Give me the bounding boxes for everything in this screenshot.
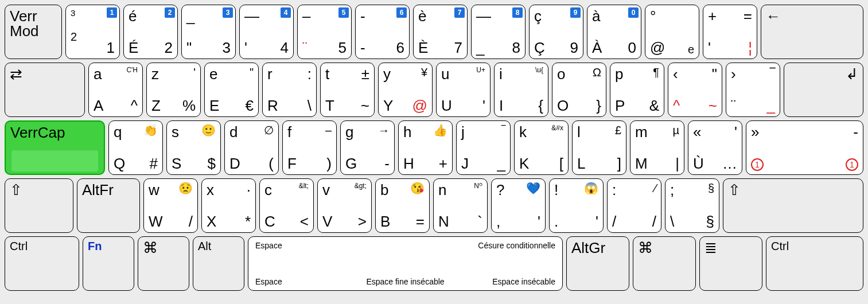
key-o[interactable]: o Ω O } bbox=[552, 63, 606, 117]
tl: – bbox=[302, 9, 310, 24]
tl: 3 bbox=[71, 9, 75, 17]
key-verrmod[interactable]: VerrMod bbox=[5, 5, 62, 59]
key-i[interactable]: i \u{ I { bbox=[494, 63, 548, 117]
tl: k bbox=[519, 124, 527, 139]
key-u[interactable]: u U+ U ' bbox=[436, 63, 491, 117]
br: ` bbox=[477, 214, 482, 229]
tl: « bbox=[693, 124, 701, 139]
key-n[interactable]: n Nᴼ N ` bbox=[433, 178, 488, 233]
tl: ; bbox=[670, 182, 674, 197]
key-7[interactable]: è È 7 7 bbox=[413, 5, 468, 59]
space-bc: Espace fine insécable bbox=[366, 278, 444, 286]
key-f[interactable]: f – F ) bbox=[282, 120, 337, 175]
bl: I bbox=[499, 98, 503, 113]
tr: &#x bbox=[551, 124, 563, 131]
tl: u bbox=[441, 67, 449, 81]
key-h[interactable]: h 👍 H + bbox=[398, 120, 453, 175]
bl: / bbox=[612, 214, 616, 229]
bl: " bbox=[186, 40, 192, 55]
key-tab[interactable]: ⇄ bbox=[5, 63, 85, 117]
key-u-grave[interactable]: « ' Ù … bbox=[688, 120, 742, 175]
key-b[interactable]: b 😘 B = bbox=[375, 178, 430, 233]
key-ctrl-left[interactable]: Ctrl bbox=[5, 236, 79, 291]
key-altfr[interactable]: AltFr bbox=[77, 178, 140, 233]
key-1[interactable]: 3 2 1 1 bbox=[65, 5, 120, 59]
key-guillemet-l[interactable]: ‹ " ^ ~ bbox=[668, 63, 722, 117]
key-p[interactable]: p ¶ P & bbox=[610, 63, 664, 117]
key-cmd-right[interactable]: ⌘ bbox=[633, 236, 696, 291]
key-q[interactable]: q 👏 Q # bbox=[108, 120, 163, 175]
key-fn[interactable]: Fn bbox=[83, 236, 134, 291]
tl: n bbox=[438, 182, 446, 197]
br: 2 bbox=[165, 40, 173, 55]
key-0[interactable]: à À 0 0 bbox=[587, 5, 641, 59]
br: { bbox=[538, 98, 543, 113]
bl: , bbox=[496, 214, 500, 229]
bl: E bbox=[209, 98, 219, 113]
key-ctrl-right[interactable]: Ctrl bbox=[766, 236, 863, 291]
bl: Ç bbox=[534, 40, 545, 55]
key-s[interactable]: s 🙂 S $ bbox=[166, 120, 221, 175]
tr: " bbox=[712, 67, 717, 81]
key-6[interactable]: - - 6 6 bbox=[355, 5, 410, 59]
key-enter[interactable]: ↲ bbox=[784, 63, 863, 117]
key-k[interactable]: k &#x K [ bbox=[514, 120, 569, 175]
key-colon[interactable]: : ⁄ / / bbox=[607, 178, 661, 233]
tl: r bbox=[267, 67, 273, 81]
tr: &gt; bbox=[355, 182, 367, 189]
tr: § bbox=[708, 182, 714, 194]
key-y[interactable]: y ¥ Y @ bbox=[378, 63, 433, 117]
key-m[interactable]: m µ M | bbox=[630, 120, 684, 175]
key-v[interactable]: v &gt; V > bbox=[317, 178, 372, 233]
key-x[interactable]: x · X * bbox=[201, 178, 256, 233]
badge: 3 bbox=[223, 7, 233, 18]
key-9[interactable]: ç Ç 9 9 bbox=[529, 5, 583, 59]
br: € bbox=[246, 98, 254, 113]
key-2[interactable]: é É 2 2 bbox=[123, 5, 178, 59]
key-g[interactable]: g → G - bbox=[340, 120, 395, 175]
key-r[interactable]: r : R \ bbox=[262, 63, 317, 117]
bl: S bbox=[172, 156, 181, 171]
br: \ bbox=[308, 98, 312, 113]
key-3[interactable]: _ " 3 3 bbox=[181, 5, 236, 59]
key-menu[interactable]: ≣ bbox=[699, 236, 762, 291]
tl: v bbox=[322, 182, 330, 197]
row-3: VerrCap q 👏 Q # s 🙂 S $ d ∅ D ( f – F ) bbox=[5, 120, 863, 175]
command-icon: ⌘ bbox=[638, 240, 653, 255]
br: * bbox=[245, 214, 251, 229]
key-alt[interactable]: Alt bbox=[193, 236, 244, 291]
key-4[interactable]: — ' 4 4 bbox=[239, 5, 294, 59]
key-plus[interactable]: + = ' ¦ bbox=[703, 5, 757, 59]
key-j[interactable]: j ‾ J _ bbox=[456, 120, 511, 175]
br: = bbox=[416, 214, 425, 229]
bl: V bbox=[322, 214, 332, 229]
bl: X bbox=[207, 214, 216, 229]
key-guillemet-r[interactable]: › ‾ ¨ _ bbox=[726, 63, 780, 117]
key-w[interactable]: w 😟 W / bbox=[143, 178, 198, 233]
key-l[interactable]: l £ L ] bbox=[572, 120, 626, 175]
key-circled[interactable]: » - 1 1 bbox=[746, 120, 863, 175]
key-8[interactable]: — _ 8 8 bbox=[471, 5, 526, 59]
key-e[interactable]: e " E € bbox=[204, 63, 259, 117]
key-space[interactable]: Espace Césure conditionnelle Espace Espa… bbox=[248, 236, 563, 291]
key-altgr[interactable]: AltGr bbox=[566, 236, 629, 291]
key-shift-right[interactable]: ⇧ bbox=[723, 178, 863, 233]
key-semicolon[interactable]: ; § \ § bbox=[665, 178, 719, 233]
key-capslock[interactable]: VerrCap bbox=[5, 120, 105, 175]
br: 0 bbox=[628, 40, 636, 55]
key-backspace[interactable]: ← bbox=[761, 5, 863, 59]
key-cmd-left[interactable]: ⌘ bbox=[138, 236, 189, 291]
tl: è bbox=[418, 9, 426, 24]
key-c[interactable]: c &lt; C < bbox=[259, 178, 314, 233]
key-z[interactable]: z ' Z % bbox=[146, 63, 201, 117]
key-degree[interactable]: ° @ e bbox=[645, 5, 699, 59]
key-a[interactable]: a C'H A ^ bbox=[88, 63, 143, 117]
key-shift-left[interactable]: ⇧ bbox=[5, 178, 73, 233]
key-question[interactable]: ? 💙 , ' bbox=[491, 178, 546, 233]
key-exclaim[interactable]: ! 😱 . ' bbox=[549, 178, 604, 233]
key-t[interactable]: t ± T ~ bbox=[320, 63, 375, 117]
br: _ bbox=[767, 98, 775, 113]
key-5[interactable]: – ¨ 5 5 bbox=[297, 5, 352, 59]
key-d[interactable]: d ∅ D ( bbox=[224, 120, 279, 175]
label: AltGr bbox=[571, 240, 605, 255]
